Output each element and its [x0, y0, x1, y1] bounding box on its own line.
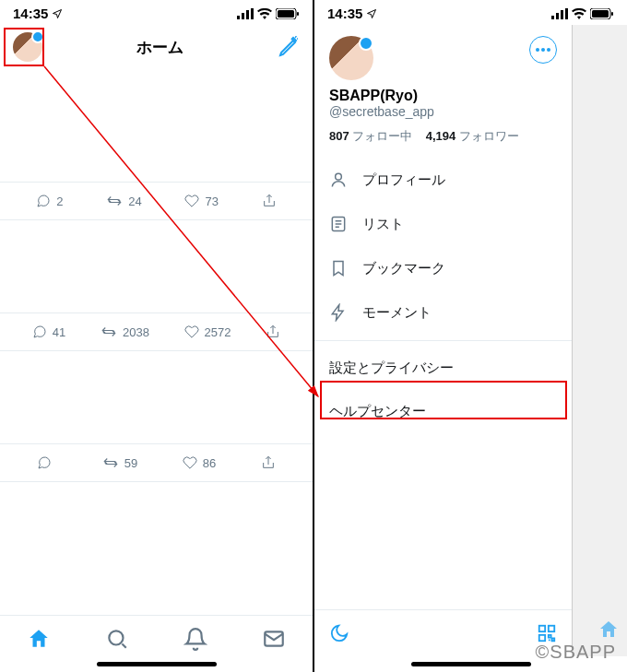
share-icon: [266, 324, 280, 339]
svg-rect-12: [565, 8, 568, 19]
svg-rect-9: [551, 16, 554, 19]
status-bar: 14:35: [314, 0, 627, 25]
profile-name: SBAPP(Ryo): [314, 88, 572, 104]
tweet-actions-row: 41 2038 2572: [0, 312, 313, 351]
location-icon: [52, 8, 63, 19]
reply-button[interactable]: 2: [36, 194, 63, 208]
wifi-icon: [572, 8, 586, 19]
svg-rect-3: [251, 8, 254, 19]
menu-help[interactable]: ヘルプセンター: [314, 390, 572, 433]
drawer-screen: 14:35 SBAPP(Ryo) @secretbase_app: [314, 0, 627, 672]
like-button[interactable]: 73: [184, 194, 218, 208]
drawer-avatar[interactable]: [329, 36, 373, 80]
svg-rect-0: [237, 16, 240, 19]
profile-handle: @secretbase_app: [314, 104, 572, 128]
reply-icon: [32, 324, 47, 339]
compose-icon[interactable]: [278, 36, 300, 58]
like-button[interactable]: 2572: [184, 324, 231, 339]
timeline[interactable]: 2 24 73: [0, 71, 313, 615]
notifications-tab-icon[interactable]: [183, 627, 207, 651]
qr-icon[interactable]: [537, 623, 557, 643]
svg-point-17: [541, 48, 545, 52]
status-time: 14:35: [327, 6, 362, 21]
reply-button[interactable]: [37, 455, 57, 470]
cellular-icon: [551, 8, 568, 19]
page-title: ホーム: [136, 37, 183, 58]
person-icon: [329, 171, 348, 189]
drawer-overlay[interactable]: [573, 25, 627, 656]
share-button[interactable]: [262, 194, 277, 208]
svg-rect-6: [297, 12, 299, 16]
list-icon: [329, 215, 348, 233]
svg-rect-24: [560, 621, 566, 628]
svg-point-19: [336, 173, 342, 180]
reply-button[interactable]: 41: [32, 324, 65, 339]
svg-rect-10: [556, 13, 559, 19]
lightning-icon: [329, 303, 348, 322]
svg-rect-14: [592, 10, 609, 18]
location-icon: [366, 8, 377, 19]
accounts-more-button[interactable]: [529, 36, 557, 64]
home-indicator: [411, 662, 531, 666]
share-button[interactable]: [261, 455, 276, 470]
svg-rect-11: [561, 10, 563, 19]
svg-rect-15: [611, 12, 613, 16]
reply-icon: [36, 194, 51, 208]
battery-icon: [590, 8, 614, 19]
menu-settings[interactable]: 設定とプライバシー: [314, 347, 572, 390]
menu-moments[interactable]: モーメント: [314, 290, 572, 335]
heart-icon: [184, 194, 199, 208]
home-tab-icon: [597, 619, 620, 641]
svg-rect-23: [539, 635, 545, 641]
home-tab-icon[interactable]: [27, 627, 51, 651]
svg-rect-21: [539, 626, 545, 631]
side-drawer: SBAPP(Ryo) @secretbase_app 807 フォロー中 4,1…: [314, 25, 573, 656]
svg-rect-2: [246, 10, 249, 19]
share-icon: [262, 194, 277, 208]
reply-icon: [37, 455, 52, 470]
profile-avatar-button[interactable]: [13, 32, 42, 62]
menu-lists[interactable]: リスト: [314, 202, 572, 246]
svg-point-16: [536, 48, 539, 52]
follow-stats[interactable]: 807 フォロー中 4,194 フォロワー: [314, 128, 572, 158]
retweet-button[interactable]: 59: [102, 455, 137, 470]
tweet-actions-row: 2 24 73: [0, 182, 313, 220]
svg-rect-1: [242, 13, 244, 19]
svg-rect-5: [278, 10, 294, 18]
retweet-button[interactable]: 24: [106, 194, 141, 208]
home-indicator: [97, 662, 217, 666]
heart-icon: [184, 324, 199, 339]
messages-tab-icon[interactable]: [262, 627, 286, 651]
cellular-icon: [237, 8, 254, 19]
dots-icon: [536, 48, 550, 52]
svg-rect-22: [549, 626, 554, 631]
share-icon: [261, 455, 276, 470]
svg-point-18: [547, 48, 550, 52]
tweet-actions-row: 59 86: [0, 443, 313, 482]
svg-point-7: [109, 631, 123, 644]
home-header: ホーム: [0, 25, 313, 71]
bookmark-icon: [329, 259, 348, 277]
home-screen: 14:35 ホーム 2: [0, 0, 314, 672]
watermark: ©SBAPP: [536, 642, 616, 663]
search-tab-icon[interactable]: [105, 627, 129, 651]
retweet-icon: [101, 324, 117, 339]
menu-bookmarks[interactable]: ブックマーク: [314, 246, 572, 290]
moon-icon[interactable]: [329, 623, 349, 643]
tab-bar: [0, 615, 313, 656]
retweet-icon: [106, 194, 123, 208]
wifi-icon: [257, 8, 272, 19]
heart-icon: [183, 455, 197, 470]
retweet-icon: [102, 455, 119, 470]
divider: [314, 340, 572, 341]
like-button[interactable]: 86: [183, 455, 216, 470]
retweet-button[interactable]: 2038: [101, 324, 149, 339]
status-time: 14:35: [13, 6, 48, 21]
share-button[interactable]: [266, 324, 280, 339]
status-bar: 14:35: [0, 0, 313, 25]
background-tabbar-peek: [557, 619, 620, 641]
battery-icon: [276, 8, 300, 19]
menu-profile[interactable]: プロフィール: [314, 158, 572, 202]
